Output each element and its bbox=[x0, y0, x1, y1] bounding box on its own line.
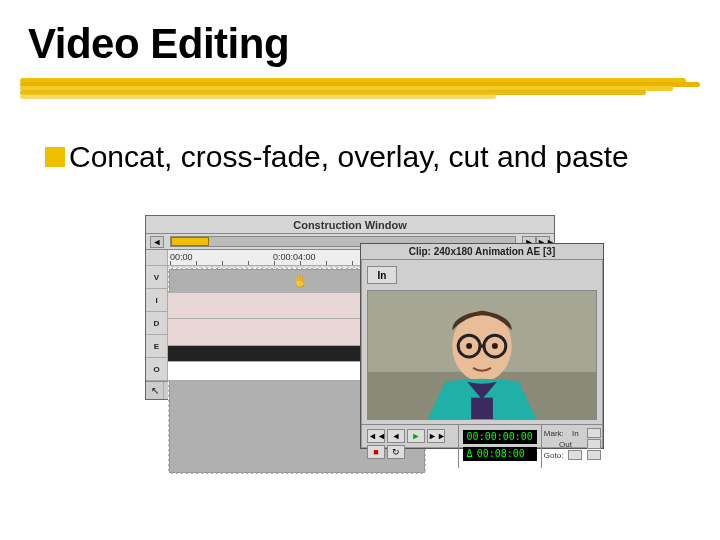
goto-button[interactable] bbox=[568, 450, 582, 460]
svg-point-6 bbox=[466, 343, 472, 349]
rewind-button[interactable]: ◄◄ bbox=[367, 429, 385, 443]
timecode-delta: Δ 00:08:00 bbox=[463, 447, 537, 461]
svg-rect-8 bbox=[471, 398, 493, 419]
ruler-corner bbox=[146, 250, 168, 265]
bullet-item: Concat, cross-fade, overlay, cut and pas… bbox=[45, 140, 629, 174]
bullet-text: Concat, cross-fade, overlay, cut and pas… bbox=[69, 140, 629, 174]
goto-label: Goto: bbox=[544, 451, 564, 460]
play-button[interactable]: ► bbox=[407, 429, 425, 443]
in-label: In bbox=[572, 429, 579, 438]
stop-button[interactable]: ■ bbox=[367, 445, 385, 459]
page-title: Video Editing bbox=[28, 20, 289, 68]
ruler-tick-label: 0:00:04:00 bbox=[273, 252, 316, 262]
loop-button[interactable]: ↻ bbox=[387, 445, 405, 459]
goto-button-2[interactable] bbox=[587, 450, 601, 460]
scroll-thumb[interactable] bbox=[171, 237, 209, 246]
figure-screenshot: Construction Window ◄ ► ►► 00:00 0:00:04… bbox=[145, 215, 605, 450]
track-label: O bbox=[146, 358, 167, 381]
hand-cursor-icon: ✋ bbox=[293, 274, 308, 288]
svg-point-7 bbox=[492, 343, 498, 349]
mark-in-button[interactable] bbox=[587, 428, 601, 438]
clip-window-title: Clip: 240x180 Animation AE [3] bbox=[361, 244, 603, 260]
track-label: V bbox=[146, 266, 167, 289]
track-label: E bbox=[146, 335, 167, 358]
track-label: I bbox=[146, 289, 167, 312]
clip-preview bbox=[367, 290, 597, 420]
step-fwd-button[interactable]: ►► bbox=[427, 429, 445, 443]
in-point-button[interactable]: In bbox=[367, 266, 397, 284]
step-back-button[interactable]: ◄ bbox=[387, 429, 405, 443]
track-labels: V I D E O bbox=[146, 266, 168, 381]
ruler-tick-label: 00:00 bbox=[170, 252, 193, 262]
scroll-left-button[interactable]: ◄ bbox=[150, 236, 164, 248]
clip-window: Clip: 240x180 Animation AE [3] In bbox=[360, 243, 604, 449]
title-underline bbox=[20, 78, 700, 100]
timecode-current: 00:00:00:00 bbox=[463, 430, 537, 444]
mark-out-button[interactable] bbox=[587, 439, 601, 449]
out-label: Out bbox=[559, 440, 572, 449]
tool-pointer-icon[interactable]: ↖ bbox=[146, 382, 164, 399]
clip-transport-controls: ◄◄ ◄ ► ►► ■ ↻ 00:00:00:00 Δ 00:08:00 Mar… bbox=[361, 424, 603, 468]
construction-window-title: Construction Window bbox=[146, 216, 554, 234]
track-label: D bbox=[146, 312, 167, 335]
mark-label: Mark: bbox=[544, 429, 564, 438]
bullet-marker bbox=[45, 147, 65, 167]
